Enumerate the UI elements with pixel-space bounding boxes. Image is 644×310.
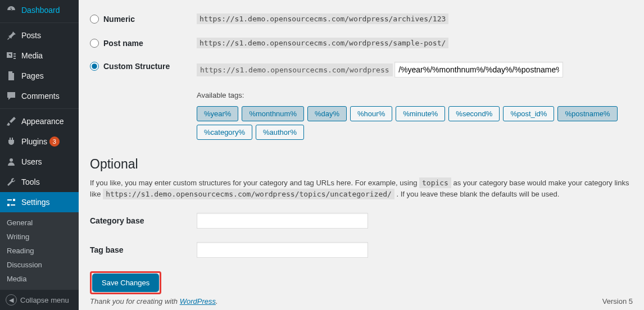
code-topics: topics xyxy=(419,177,451,188)
optional-heading: Optional xyxy=(90,157,633,172)
wordpress-link[interactable]: WordPress xyxy=(180,297,216,306)
tag-post_id[interactable]: %post_id% xyxy=(503,106,554,121)
tag-base-label: Tag base xyxy=(90,245,197,254)
brush-icon xyxy=(6,116,17,127)
plug-icon xyxy=(6,136,17,147)
version-text: Version 5 xyxy=(602,297,633,306)
tag-second[interactable]: %second% xyxy=(448,106,500,121)
dashboard-icon xyxy=(6,4,17,16)
category-base-label: Category base xyxy=(90,216,197,225)
admin-sidebar: Dashboard Posts Media Pages Comments App… xyxy=(0,0,79,310)
radio-label: Post name xyxy=(103,39,143,48)
url-example-numeric: https://s1.demo.opensourcecms.com/wordpr… xyxy=(197,13,448,24)
sidebar-item-pages[interactable]: Pages xyxy=(0,66,79,86)
tag-postname[interactable]: %postname% xyxy=(557,106,617,121)
sidebar-item-appearance[interactable]: Appearance xyxy=(0,111,79,131)
update-badge: 3 xyxy=(49,136,60,147)
sliders-icon xyxy=(6,197,17,208)
tag-minute[interactable]: %minute% xyxy=(396,106,445,121)
url-example-postname: https://s1.demo.opensourcecms.com/wordpr… xyxy=(197,38,448,48)
media-icon xyxy=(6,50,17,61)
radio-label: Custom Structure xyxy=(103,62,170,71)
sidebar-item-plugins[interactable]: Plugins3 xyxy=(0,131,79,152)
tag-base-row: Tag base xyxy=(90,242,633,258)
url-prefix: https://s1.demo.opensourcecms.com/wordpr… xyxy=(197,63,393,76)
pin-icon xyxy=(6,30,17,41)
radio-numeric[interactable] xyxy=(90,15,99,24)
collapse-menu-button[interactable]: ◀Collapse menu xyxy=(0,289,79,310)
tag-base-input[interactable] xyxy=(197,242,368,258)
sidebar-item-posts[interactable]: Posts xyxy=(0,25,79,45)
collapse-icon: ◀ xyxy=(6,294,17,306)
sidebar-item-tools[interactable]: Tools xyxy=(0,172,79,192)
radio-postname[interactable] xyxy=(90,39,99,48)
sidebar-item-settings[interactable]: Settings xyxy=(0,192,79,212)
tag-author[interactable]: %author% xyxy=(256,125,304,140)
optional-description: If you like, you may enter custom struct… xyxy=(90,177,633,199)
tag-day[interactable]: %day% xyxy=(307,106,347,121)
radio-custom[interactable] xyxy=(90,62,99,71)
submenu-general[interactable]: General xyxy=(0,216,79,230)
sidebar-item-comments[interactable]: Comments xyxy=(0,86,79,106)
tag-hour[interactable]: %hour% xyxy=(350,106,392,121)
users-icon xyxy=(6,156,17,167)
wrench-icon xyxy=(6,176,17,188)
code-url: https://s1.demo.opensourcecms.com/wordpr… xyxy=(103,189,394,199)
save-button[interactable]: Save Changes xyxy=(93,275,158,291)
sidebar-item-dashboard[interactable]: Dashboard xyxy=(0,0,79,20)
sidebar-item-users[interactable]: Users xyxy=(0,152,79,172)
admin-footer: Thank you for creating with WordPress. V… xyxy=(90,297,633,306)
radio-label: Numeric xyxy=(103,15,135,24)
tag-monthnum[interactable]: %monthnum% xyxy=(242,106,304,121)
tags-row: %year%%monthnum%%day%%hour%%minute%%seco… xyxy=(197,106,633,140)
submenu-media[interactable]: Media xyxy=(0,272,79,286)
submenu-reading[interactable]: Reading xyxy=(0,244,79,258)
submenu-writing[interactable]: Writing xyxy=(0,230,79,244)
permalink-row-numeric: Numeric https://s1.demo.opensourcecms.co… xyxy=(90,13,633,24)
page-icon xyxy=(6,70,17,81)
tag-year[interactable]: %year% xyxy=(197,106,238,121)
main-content: Numeric https://s1.demo.opensourcecms.co… xyxy=(79,0,644,310)
category-base-row: Category base xyxy=(90,213,633,229)
category-base-input[interactable] xyxy=(197,213,368,229)
svg-point-0 xyxy=(10,158,13,162)
sidebar-item-media[interactable]: Media xyxy=(0,45,79,66)
permalink-row-custom: Custom Structure https://s1.demo.opensou… xyxy=(90,62,633,78)
submenu-discussion[interactable]: Discussion xyxy=(0,258,79,272)
highlight-box: Save Changes xyxy=(90,271,161,294)
available-tags-label: Available tags: xyxy=(197,91,633,99)
comment-icon xyxy=(6,90,17,102)
tag-category[interactable]: %category% xyxy=(197,125,252,140)
permalink-row-postname: Post name https://s1.demo.opensourcecms.… xyxy=(90,38,633,48)
custom-structure-input[interactable] xyxy=(394,62,563,78)
